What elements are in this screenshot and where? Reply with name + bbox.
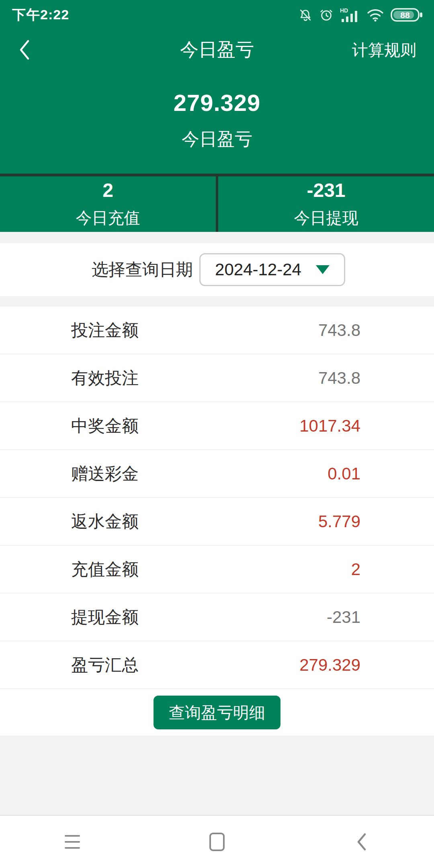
- table-row: 返水金额 5.779: [0, 498, 434, 546]
- row-label: 返水金额: [71, 510, 139, 533]
- stat-deposit-label: 今日充值: [76, 207, 140, 229]
- table-row: 赠送彩金 0.01: [0, 450, 434, 498]
- query-detail-button[interactable]: 查询盈亏明细: [154, 696, 280, 729]
- back-icon: [356, 832, 367, 852]
- summary: 279.329 今日盈亏: [0, 68, 434, 174]
- chevron-left-icon: [18, 39, 31, 61]
- row-value: 2: [351, 560, 360, 579]
- app-bar: 今日盈亏 计算规则: [0, 31, 434, 68]
- battery-percent: 88: [400, 10, 410, 20]
- section-gap: [0, 232, 434, 243]
- date-picker-row: 选择查询日期 2024-12-24: [0, 243, 434, 296]
- header: 下午2:22 HD: [0, 0, 434, 232]
- home-icon: [209, 833, 225, 851]
- row-label: 盈亏汇总: [71, 654, 139, 676]
- button-section: 查询盈亏明细: [0, 689, 434, 736]
- row-value: 1017.34: [299, 416, 360, 436]
- hd-signal-icon: HD: [340, 7, 360, 23]
- caret-down-icon: [316, 265, 330, 274]
- row-value: 743.8: [318, 321, 360, 340]
- stats-band: 2 今日充值 -231 今日提现: [0, 174, 434, 232]
- row-value: 279.329: [299, 655, 360, 675]
- table-row: 有效投注 743.8: [0, 354, 434, 402]
- alarm-clock-icon: [319, 8, 334, 22]
- status-bar: 下午2:22 HD: [0, 0, 434, 26]
- section-gap: [0, 296, 434, 307]
- bottom-spacer: [0, 736, 434, 816]
- row-value: 5.779: [318, 512, 360, 531]
- stat-deposit: 2 今日充值: [0, 176, 216, 232]
- stat-withdraw-value: -231: [307, 179, 345, 201]
- date-picker-value: 2024-12-24: [215, 260, 301, 279]
- date-picker-label: 选择查询日期: [92, 258, 193, 281]
- status-icons: HD 88: [298, 7, 424, 23]
- table-row: 提现金额 -231: [0, 594, 434, 641]
- table-row: 盈亏汇总 279.329: [0, 641, 434, 689]
- android-nav-bar: [0, 816, 434, 868]
- calc-rules-button[interactable]: 计算规则: [352, 39, 416, 61]
- table-row: 投注金额 743.8: [0, 307, 434, 354]
- stat-deposit-value: 2: [102, 179, 113, 201]
- row-label: 有效投注: [71, 367, 139, 389]
- app-screen: 下午2:22 HD: [0, 0, 434, 868]
- summary-label: 今日盈亏: [182, 127, 252, 151]
- date-picker-dropdown[interactable]: 2024-12-24: [199, 253, 345, 286]
- hd-badge: HD: [340, 7, 348, 14]
- recents-icon: [65, 835, 80, 849]
- row-value: 0.01: [328, 464, 360, 483]
- ledger-table: 投注金额 743.8 有效投注 743.8 中奖金额 1017.34 赠送彩金 …: [0, 307, 434, 689]
- clock: 下午2:22: [12, 6, 69, 24]
- nav-home-button[interactable]: [145, 833, 289, 851]
- row-label: 提现金额: [71, 606, 139, 628]
- table-row: 中奖金额 1017.34: [0, 402, 434, 450]
- stat-withdraw: -231 今日提现: [216, 176, 434, 232]
- table-row: 充值金额 2: [0, 546, 434, 594]
- stat-withdraw-label: 今日提现: [294, 207, 358, 229]
- row-label: 中奖金额: [71, 415, 139, 437]
- nav-recents-button[interactable]: [0, 835, 145, 849]
- battery-icon: 88: [391, 7, 424, 23]
- nav-back-button[interactable]: [289, 832, 434, 852]
- row-label: 投注金额: [71, 319, 139, 342]
- summary-value: 279.329: [174, 89, 261, 116]
- bell-muted-icon: [298, 8, 313, 22]
- back-button[interactable]: [18, 38, 35, 62]
- row-label: 充值金额: [71, 558, 139, 581]
- row-value: 743.8: [318, 368, 360, 388]
- wifi-icon: [366, 8, 384, 22]
- row-value: -231: [327, 608, 360, 627]
- row-label: 赠送彩金: [71, 463, 139, 485]
